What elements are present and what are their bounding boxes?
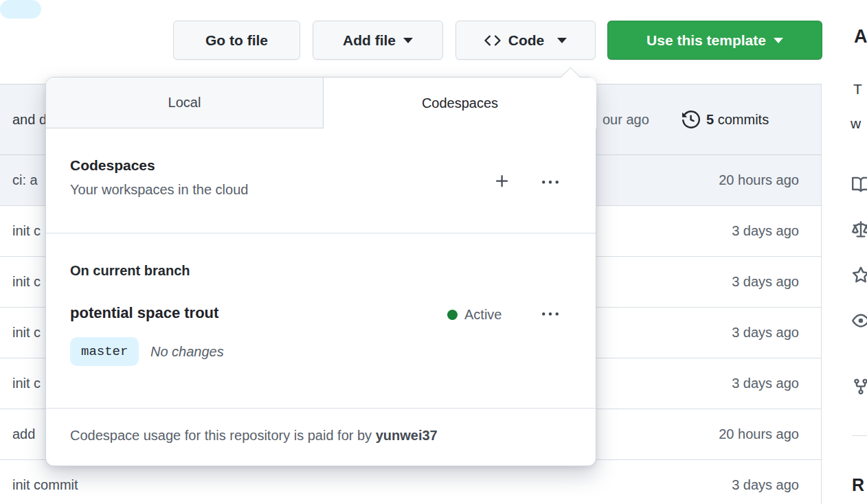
- kebab-horizontal-icon: [542, 306, 559, 323]
- chevron-down-icon: [774, 38, 783, 43]
- commit-time: 3 days ago: [732, 325, 799, 341]
- sidebar-divider: [852, 435, 867, 436]
- go-to-file-label: Go to file: [205, 32, 268, 49]
- repo-forked-icon: [852, 378, 867, 396]
- chevron-down-icon: [403, 38, 413, 43]
- tab-codespaces[interactable]: Codespaces: [324, 78, 596, 128]
- usage-note-owner: yunwei37: [376, 428, 438, 443]
- file-row[interactable]: init commit3 days ago: [0, 460, 822, 504]
- status-badge: Active: [464, 307, 502, 323]
- latest-commit-time-fragment: our ago: [603, 84, 649, 154]
- branch-badge: master: [70, 337, 139, 366]
- repo-description-fragment: w: [851, 115, 861, 132]
- code-label: Code: [508, 32, 545, 49]
- codespaces-title: Codespaces: [70, 157, 155, 174]
- about-heading-fragment: A: [854, 26, 867, 47]
- commit-time: 3 days ago: [732, 274, 799, 290]
- use-this-template-label: Use this template: [646, 32, 766, 49]
- commit-time: 3 days ago: [732, 477, 799, 493]
- eye-icon: [852, 312, 867, 330]
- commit-time: 3 days ago: [732, 376, 799, 391]
- usage-note-text: Codespace usage for this repository is p…: [70, 428, 372, 443]
- law-icon: [852, 221, 867, 239]
- codespace-options-button[interactable]: [542, 306, 559, 323]
- repo-description-fragment: T: [853, 81, 862, 98]
- latest-commit-message-fragment: and d: [12, 84, 47, 154]
- commit-message-fragment: ci: a: [12, 172, 38, 188]
- section-divider: [46, 233, 596, 233]
- chevron-down-icon: [557, 38, 567, 43]
- code-icon: [484, 32, 501, 49]
- use-this-template-button[interactable]: Use this template: [607, 21, 822, 60]
- star-icon: [852, 266, 867, 284]
- commit-message-fragment: add: [12, 426, 35, 442]
- table-right-border: [821, 84, 822, 504]
- tab-local[interactable]: Local: [46, 78, 324, 128]
- book-icon: [852, 176, 867, 194]
- topic-pill[interactable]: [0, 0, 41, 19]
- codespace-name-link[interactable]: potential space trout: [70, 304, 218, 322]
- changes-status: No changes: [150, 344, 224, 360]
- releases-heading-fragment: R: [852, 475, 864, 495]
- code-dropdown: Local Codespaces Codespaces Your workspa…: [45, 77, 596, 466]
- commit-time: 20 hours ago: [719, 172, 799, 188]
- code-button[interactable]: Code: [455, 21, 596, 60]
- commits-label: commits: [718, 112, 769, 127]
- section-divider: [46, 408, 596, 409]
- commit-message-fragment: init c: [12, 325, 41, 341]
- tab-local-label: Local: [168, 95, 201, 111]
- commit-message-fragment: init commit: [12, 477, 78, 493]
- commit-history-link[interactable]: 5 commits: [682, 84, 769, 154]
- codespaces-subtitle: Your workspaces in the cloud: [70, 182, 248, 198]
- commits-count: 5: [706, 112, 714, 127]
- commit-message-fragment: init c: [12, 274, 41, 290]
- active-status-dot: [447, 310, 458, 320]
- kebab-horizontal-icon: [542, 174, 559, 191]
- new-codespace-button[interactable]: [494, 173, 510, 190]
- go-to-file-button[interactable]: Go to file: [173, 21, 300, 60]
- commit-message-fragment: init c: [12, 223, 41, 239]
- commit-time: 20 hours ago: [719, 426, 799, 442]
- codespace-usage-note: Codespace usage for this repository is p…: [70, 428, 438, 444]
- commit-message-fragment: init c: [12, 376, 41, 391]
- codespaces-options-button[interactable]: [542, 174, 559, 191]
- add-file-label: Add file: [343, 32, 396, 49]
- history-icon: [682, 111, 700, 128]
- plus-icon: [494, 173, 510, 190]
- tab-codespaces-label: Codespaces: [422, 95, 498, 111]
- add-file-button[interactable]: Add file: [313, 21, 443, 60]
- on-current-branch-heading: On current branch: [70, 263, 190, 279]
- commit-time: 3 days ago: [732, 223, 799, 239]
